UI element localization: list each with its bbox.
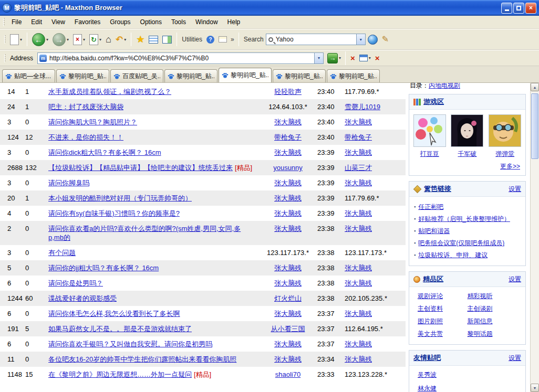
tab-7[interactable]: 黎明前吧_贴... (327, 69, 380, 82)
fence-link[interactable]: 吧务组会议室(仅限吧务组成员) (418, 239, 504, 247)
vertical-scrollbar[interactable]: ▲ ▼ (530, 83, 539, 392)
tab-4[interactable]: 黎明前吧_贴... (164, 69, 217, 82)
highlighter-button[interactable]: ✎ (380, 34, 391, 45)
minimize-button[interactable] (501, 3, 512, 14)
thread-title-link[interactable]: 水手新成员排着队领证，编剧忽视了么？ (48, 88, 171, 96)
new-tab-dropdown-icon[interactable]: ▾ (20, 37, 22, 42)
stop-button[interactable]: ×▾ (71, 33, 87, 46)
thread-author-link[interactable]: 张大脑残 (274, 340, 302, 348)
menu-edit[interactable]: Edit (26, 16, 47, 28)
toolbar-overflow-chevron-icon[interactable]: » (229, 36, 236, 43)
thread-title-link[interactable]: 吧主：封了残废张大脑袋 (48, 103, 123, 111)
thread-title-link[interactable]: 各位吧友16-20岁的帅哥中学生把你们露照帖出来看看你胸肌照 (48, 355, 236, 363)
featured-link[interactable]: 黎明话题 (468, 330, 517, 338)
thread-author-link[interactable]: 张大脑残 (274, 355, 302, 363)
new-tab-button[interactable]: ▾ (8, 33, 24, 46)
last-reply-author-link[interactable]: 张大脑残 (345, 310, 372, 317)
address-history-dropdown[interactable]: ▾ (314, 53, 323, 63)
back-button[interactable]: ←▾ (30, 32, 50, 47)
last-reply-author-link[interactable]: 张大脑残 (345, 179, 372, 187)
fence-links-settings-link[interactable]: 设置 (509, 185, 521, 194)
search-input[interactable]: Yahoo ▾ (266, 34, 366, 45)
tab-2[interactable]: 黎明前吧_贴... (56, 69, 109, 82)
featured-settings-link[interactable]: 设置 (509, 275, 521, 284)
thread-title-link[interactable]: 如果马蔚然女儿不是。。那是不是游戏就结束了 (48, 325, 192, 333)
game-link[interactable]: 弹弹堂 (495, 150, 514, 157)
scroll-up-button[interactable]: ▲ (531, 83, 539, 91)
thread-title-link[interactable]: 有个问题 (48, 249, 76, 257)
utilities-notes-button[interactable] (216, 35, 229, 44)
address-input[interactable]: m http://tieba.baidu.com/f?kw=%C0%E8%C3%… (37, 52, 324, 64)
fence-links-title-link[interactable]: 篱笆链接 (424, 184, 451, 194)
fence-link[interactable]: 任正彬吧 (418, 203, 443, 210)
undo-dropdown-icon[interactable]: ▾ (124, 37, 126, 42)
thread-author-link[interactable]: 轻轻歌声 (274, 88, 302, 96)
thread-author-link[interactable]: 张大脑残 (274, 225, 302, 232)
menu-grip[interactable] (3, 18, 5, 26)
addressbar-grip[interactable] (4, 54, 6, 62)
web-services-button[interactable] (366, 34, 380, 46)
go-dropdown-icon[interactable]: ▾ (339, 56, 341, 60)
last-reply-author-link[interactable]: 张大脑残 (345, 264, 372, 272)
close-button[interactable]: × (525, 3, 536, 14)
scrollbar-thumb[interactable] (531, 93, 538, 159)
last-reply-author-link[interactable]: 雪磬儿1019 (345, 103, 380, 111)
maximize-button[interactable] (513, 3, 524, 14)
thread-author-link[interactable]: 张大脑残 (274, 209, 302, 217)
thread-title-link[interactable]: 请问你胸肌大吗？胸肌照片？ (48, 118, 137, 126)
menu-file[interactable]: File (7, 16, 26, 28)
featured-link[interactable]: 观剧评论 (418, 292, 468, 301)
thread-author-link[interactable]: 从小看三国 (271, 325, 305, 333)
thread-title-link[interactable]: 请问你喜欢手银吗？又叫做自我安慰。请问你是初男吗 (48, 340, 212, 348)
thread-author-link[interactable]: 灯火烂山 (274, 294, 302, 302)
stop-dropdown-icon[interactable]: ▾ (83, 37, 85, 42)
thread-author-link[interactable]: 张大脑残 (274, 179, 302, 187)
game-thumbnail-dandantang[interactable] (489, 114, 521, 147)
tab-3[interactable]: 百度贴吧_吴... (110, 69, 163, 82)
tab-6[interactable]: 黎明前吧_贴... (273, 69, 326, 82)
thread-title-link[interactable]: 请问你喜欢看a的片吗?喜欢什么类型的啊?(sm姓虐,男同,女同,多p,mb的 (48, 225, 241, 241)
friend-bar-link[interactable]: 吴秀波 (418, 370, 517, 379)
thread-author-link[interactable]: 张大脑残 (274, 264, 302, 272)
thread-title-link[interactable]: 请问你dick粗大吗？有多长啊？ 16cm (48, 149, 161, 156)
games-title-link[interactable]: 游戏区 (423, 97, 444, 107)
thread-author-link[interactable]: shaoli70 (275, 370, 300, 378)
last-reply-author-link[interactable]: 张大脑残 (345, 355, 372, 363)
game-link[interactable]: 打豆豆 (420, 150, 439, 157)
thread-title-link[interactable]: 本小姐发明的酷刑绝对好用（专门玩弄帅哥的） (48, 194, 192, 202)
featured-link[interactable]: 主创谈剧 (468, 304, 517, 313)
games-more-link[interactable]: 更多>> (500, 163, 520, 170)
thread-title-link[interactable]: 【垃圾贴投诉】【精品贴申请】【给吧主的建议】统统丢过来 (48, 164, 233, 172)
ad-blocker-button[interactable]: × (373, 53, 382, 63)
thread-author-link[interactable]: 张大脑残 (274, 149, 302, 156)
thread-title-link[interactable]: 谍战爱好者的观影感受 (48, 294, 117, 302)
menu-options[interactable]: Options (136, 16, 167, 28)
search-engine-dropdown[interactable]: ▾ (356, 34, 365, 45)
featured-link[interactable]: 美文共赏 (418, 330, 468, 338)
popup-filter-dropdown-icon[interactable]: ▾ (369, 56, 371, 60)
thread-title-link[interactable]: 不进来，是你的损失！！ (48, 133, 123, 141)
fence-link[interactable]: 贴吧和谐器 (418, 227, 450, 235)
toolbar-grip[interactable] (4, 35, 6, 44)
menu-view[interactable]: View (47, 16, 70, 28)
thread-author-link[interactable]: 张大脑残 (274, 118, 302, 126)
scroll-down-button[interactable]: ▼ (531, 384, 539, 392)
thread-author-link[interactable]: 张大脑残 (274, 279, 302, 287)
thread-title-link[interactable]: 请问你体毛怎么样,我怎么没看到长了多长啊 (48, 310, 180, 317)
last-reply-author-link[interactable]: 张大脑残 (345, 279, 372, 287)
home-button[interactable]: ⌂ (103, 34, 113, 45)
favorites-button[interactable]: ★ (134, 34, 147, 45)
menu-window[interactable]: Window (191, 16, 223, 28)
thread-title-link[interactable]: 请问你脚臭吗 (48, 179, 89, 187)
featured-link[interactable]: 精彩视听 (468, 292, 517, 301)
thread-author-link[interactable]: 带枪兔子 (274, 133, 302, 141)
menu-favorites[interactable]: Favorites (70, 16, 105, 28)
friend-bars-title-link[interactable]: 友情贴吧 (413, 353, 441, 363)
fence-link[interactable]: 好贴推荐（启明_长庚整理维护） (418, 215, 510, 223)
friend-bar-link[interactable]: 林永健 (418, 384, 517, 392)
last-reply-author-link[interactable]: 张大脑残 (345, 118, 372, 126)
featured-link[interactable]: 主创资料 (418, 304, 468, 313)
menu-tools[interactable]: Tools (167, 16, 191, 28)
last-reply-author-link[interactable]: 张大脑残 (345, 149, 372, 156)
featured-link[interactable]: 图片剧照 (418, 317, 468, 326)
